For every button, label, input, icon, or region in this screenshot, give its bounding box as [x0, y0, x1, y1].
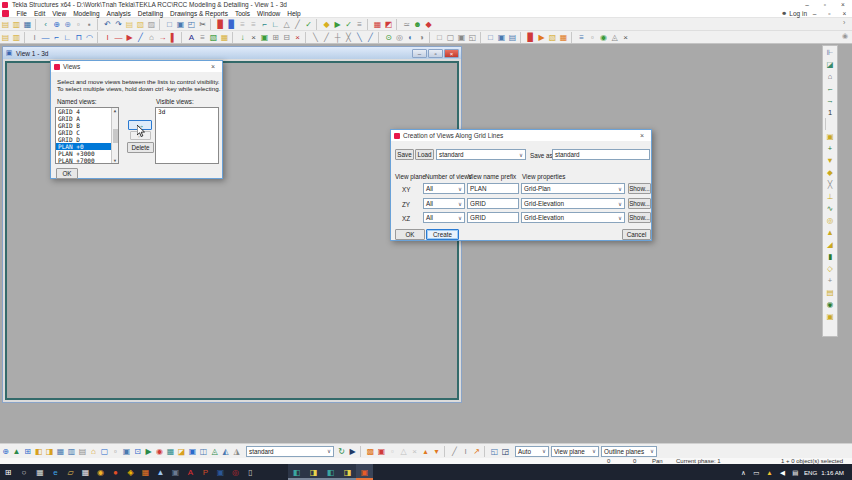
view-minimize-button[interactable]: – — [412, 49, 427, 58]
app-maximize-button[interactable]: ▫ — [816, 1, 834, 8]
selection-preset-select[interactable]: standard ∨ — [246, 446, 334, 457]
redo-icon[interactable]: ↷ — [113, 19, 124, 30]
polybeam-icon[interactable]: ⌐ — [51, 32, 62, 43]
pad-footing-icon[interactable]: ▶ — [124, 32, 135, 43]
snap-ortho-icon[interactable]: ◪ — [824, 58, 836, 70]
fly-icon[interactable]: ▲ — [11, 446, 22, 457]
clip-plane-icon[interactable]: ▢ — [99, 446, 110, 457]
select-point-icon[interactable]: × — [409, 446, 420, 457]
num-views-select-zy[interactable]: All∨ — [423, 198, 465, 209]
tekla-menu-icon[interactable] — [2, 10, 9, 17]
select-assembly-icon[interactable]: ▫ — [387, 446, 398, 457]
snap-intersection-icon[interactable]: ┼ — [332, 32, 343, 43]
toolbar-overflow-icon[interactable]: › — [843, 19, 845, 26]
snap-prev-icon[interactable]: ← — [824, 82, 836, 94]
snap-endpoint-icon[interactable]: + — [824, 142, 836, 154]
numbering-icon[interactable]: ▉ — [525, 32, 536, 43]
comp-list-icon[interactable]: ▤ — [507, 32, 518, 43]
home-view-icon[interactable]: ⌂ — [88, 446, 99, 457]
create-button[interactable]: Create — [426, 229, 459, 240]
login-button[interactable]: Log in — [789, 10, 807, 17]
text-list-icon[interactable]: ≡ — [197, 32, 208, 43]
bent-beam-icon[interactable]: ∟ — [62, 32, 73, 43]
language-indicator[interactable]: ENG — [804, 469, 817, 476]
dual-view-icon[interactable]: ◫ — [198, 446, 209, 457]
doc-restore-button[interactable]: ▫ — [822, 10, 837, 17]
paste-icon[interactable]: ▧ — [135, 19, 146, 30]
tekla-tool-d-icon[interactable]: ◨ — [339, 464, 356, 480]
snap-edge-icon[interactable]: ▣ — [824, 310, 836, 322]
grid-icon[interactable]: ▣ — [259, 32, 270, 43]
file-explorer-icon[interactable]: ▱ — [63, 464, 78, 480]
clash-check-icon[interactable]: ✓ — [343, 19, 354, 30]
zoom-out-icon[interactable]: ⊕ — [62, 19, 73, 30]
portal-icon[interactable]: ⊓ — [73, 32, 84, 43]
snap-nearest-icon[interactable]: ◎ — [824, 214, 836, 226]
snap-end-icon[interactable]: ╲ — [354, 32, 365, 43]
snap-midpoint-icon[interactable]: ◆ — [824, 166, 836, 178]
lotting-icon[interactable]: ▉ — [226, 19, 237, 30]
basic-view-icon[interactable]: ◧ — [33, 446, 44, 457]
camera-icon[interactable]: ◉ — [154, 446, 165, 457]
measure-area-icon[interactable]: △ — [281, 19, 292, 30]
new-view-icon[interactable]: □ — [164, 19, 175, 30]
view-list2-icon[interactable]: ▤ — [77, 446, 88, 457]
outline-planes-select[interactable]: Outline planes ∨ — [601, 446, 657, 457]
select-cursor-icon[interactable]: ▶ — [347, 446, 358, 457]
snap-mid-icon[interactable]: ╱ — [365, 32, 376, 43]
creation-dialog-close-icon[interactable]: × — [636, 132, 648, 139]
curved-beam-icon[interactable]: ◠ — [84, 32, 95, 43]
menu-item[interactable]: Drawings & Reports — [167, 10, 232, 17]
clipboard-icon[interactable]: ▨ — [146, 19, 157, 30]
point-tool-icon[interactable]: ↓ — [237, 32, 248, 43]
view-along-grid-icon[interactable]: ◨ — [44, 446, 55, 457]
firefox-icon[interactable]: ● — [108, 464, 123, 480]
select-rebar-icon[interactable]: ▾ — [431, 446, 442, 457]
construction-point-icon[interactable]: × — [248, 32, 259, 43]
drawing-list-icon[interactable]: ▥ — [11, 32, 22, 43]
app-close-button[interactable]: × — [834, 1, 852, 8]
save-button[interactable]: Save — [395, 149, 414, 160]
snap-next-icon[interactable]: → — [824, 94, 836, 106]
menu-item[interactable]: View — [49, 10, 70, 17]
log-icon[interactable]: ≡ — [354, 19, 365, 30]
photos-icon[interactable]: ▲ — [153, 464, 168, 480]
snap-extension-icon[interactable]: ◢ — [824, 238, 836, 250]
snap-grid-icon[interactable]: ▲ — [824, 226, 836, 238]
num-views-select-xy[interactable]: All∨ — [423, 183, 465, 194]
measure-line-icon[interactable]: ╱ — [292, 19, 303, 30]
show-button-xy[interactable]: Show... — [628, 183, 651, 194]
app-minimize-button[interactable]: – — [798, 1, 816, 8]
named-view-item[interactable]: PLAN +7000 — [56, 157, 118, 164]
snap-reference-icon[interactable]: ▮ — [824, 250, 836, 262]
filter-icon[interactable]: ≡ — [576, 32, 587, 43]
view-restore-button[interactable]: ▫ — [428, 49, 443, 58]
snap-mode-a-icon[interactable]: ◱ — [489, 446, 500, 457]
select-object-icon[interactable]: △ — [398, 446, 409, 457]
snap-tangent-icon[interactable]: ◐ — [405, 32, 416, 43]
store-icon[interactable]: ▦ — [78, 464, 93, 480]
select-weld-icon[interactable]: ╱ — [449, 446, 460, 457]
view-plane2-icon[interactable]: ▥ — [66, 446, 77, 457]
surface-icon[interactable]: ▦ — [219, 32, 230, 43]
select-all-mode-icon[interactable]: ▩ — [365, 446, 376, 457]
column-tool-icon[interactable]: I — [29, 32, 40, 43]
scroll-up-icon[interactable]: ▲ — [114, 108, 116, 113]
pan-icon[interactable]: ▫ — [73, 19, 84, 30]
misc-b-icon[interactable]: ◉ — [598, 32, 609, 43]
start-button[interactable]: ⊞ — [0, 464, 16, 480]
snap-origin-icon[interactable]: ⌂ — [824, 70, 836, 82]
flight-icon[interactable]: ▶ — [143, 446, 154, 457]
task-manager-icon[interactable]: ▦ — [558, 32, 569, 43]
beam-tool-icon[interactable]: — — [40, 32, 51, 43]
menu-item[interactable]: Analysis — [103, 10, 134, 17]
task-view-button[interactable]: ▦ — [32, 464, 48, 480]
load-button[interactable]: Load — [415, 149, 434, 160]
new-model-icon[interactable]: ▥ — [11, 19, 22, 30]
panel-icon[interactable]: → — [157, 32, 168, 43]
scrollbar-thumb[interactable] — [113, 129, 118, 143]
representation-icon[interactable]: ◪ — [176, 446, 187, 457]
prefix-input-xz[interactable]: GRID — [467, 212, 519, 223]
snap-tangent2-icon[interactable]: ∿ — [824, 202, 836, 214]
measure-angle-icon[interactable]: ∟ — [270, 19, 281, 30]
